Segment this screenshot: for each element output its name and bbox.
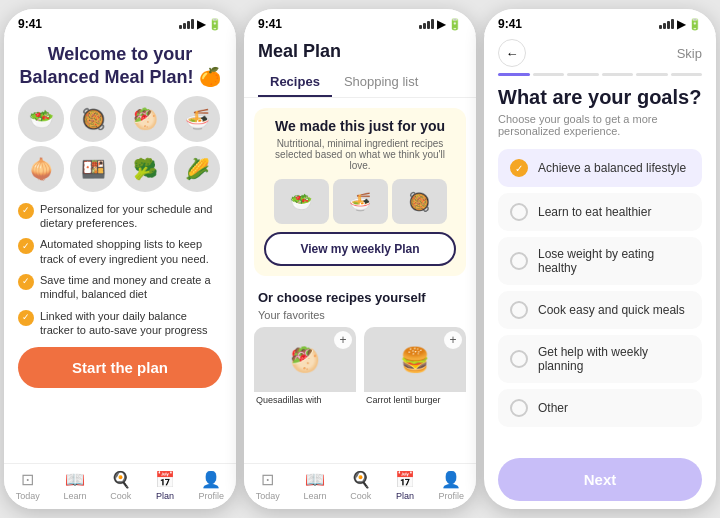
goal-label-4: Cook easy and quick meals xyxy=(538,303,685,317)
status-bar-2: 9:41 ▶ 🔋 xyxy=(244,9,476,35)
prog-dot-4 xyxy=(602,73,634,76)
prog-dot-1 xyxy=(498,73,530,76)
features-list: ✓ Personalized for your schedule and die… xyxy=(18,202,222,337)
fav-plus-2[interactable]: + xyxy=(444,331,462,349)
nav-plan-1[interactable]: 📅Plan xyxy=(155,470,175,501)
status-icons-3: ▶ 🔋 xyxy=(659,18,702,31)
fav-plus-1[interactable]: + xyxy=(334,331,352,349)
nav-learn-1[interactable]: 📖Learn xyxy=(64,470,87,501)
bottom-nav-2: ⊡Today 📖Learn 🍳Cook 📅Plan 👤Profile xyxy=(244,463,476,509)
skip-button[interactable]: Skip xyxy=(677,46,702,61)
feature-3: ✓ Save time and money and create a mindf… xyxy=(18,273,222,302)
next-button[interactable]: Next xyxy=(498,458,702,501)
food-1: 🥗 xyxy=(18,96,64,142)
favorites-section: Your favorites 🥙 + Quesadillas with 🍔 + … xyxy=(244,309,476,408)
recipe-thumb-1: 🥗 xyxy=(274,179,329,224)
time-2: 9:41 xyxy=(258,17,282,31)
nav-cook-1[interactable]: 🍳Cook xyxy=(110,470,131,501)
featured-card: We made this just for you Nutritional, m… xyxy=(254,108,466,276)
nav-today-2[interactable]: ⊡Today xyxy=(256,470,280,501)
food-2: 🥘 xyxy=(70,96,116,142)
food-3: 🥙 xyxy=(122,96,168,142)
status-icons-2: ▶ 🔋 xyxy=(419,18,462,31)
goal-label-3: Lose weight by eating healthy xyxy=(538,247,690,275)
food-7: 🥦 xyxy=(122,146,168,192)
goal-option-4[interactable]: Cook easy and quick meals xyxy=(498,291,702,329)
nav-profile-2[interactable]: 👤Profile xyxy=(439,470,465,501)
feature-1: ✓ Personalized for your schedule and die… xyxy=(18,202,222,231)
feature-2: ✓ Automated shopping lists to keep track… xyxy=(18,237,222,266)
goal-radio-1 xyxy=(510,159,528,177)
progress-dots xyxy=(498,73,702,76)
food-4: 🍜 xyxy=(174,96,220,142)
check-icon-1: ✓ xyxy=(18,203,34,219)
nav-learn-2[interactable]: 📖Learn xyxy=(304,470,327,501)
back-button[interactable]: ← xyxy=(498,39,526,67)
goals-title: What are your goals? xyxy=(498,86,702,109)
food-5: 🧅 xyxy=(18,146,64,192)
goal-radio-5 xyxy=(510,350,528,368)
tab-recipes[interactable]: Recipes xyxy=(258,68,332,97)
featured-description: Nutritional, minimal ingredient recipes … xyxy=(264,138,456,171)
time-3: 9:41 xyxy=(498,17,522,31)
tab-shopping[interactable]: Shopping list xyxy=(332,68,430,97)
goal-radio-3 xyxy=(510,252,528,270)
food-grid: 🥗 🥘 🥙 🍜 🧅 🍱 🥦 🌽 xyxy=(18,96,222,192)
goals-subtitle: Choose your goals to get a more personal… xyxy=(498,113,702,137)
view-weekly-plan-button[interactable]: View my weekly Plan xyxy=(264,232,456,266)
goal-radio-2 xyxy=(510,203,528,221)
phone-meal-plan: 9:41 ▶ 🔋 Meal Plan Recipes Shopping list… xyxy=(244,9,476,509)
goal-option-3[interactable]: Lose weight by eating healthy xyxy=(498,237,702,285)
goal-label-6: Other xyxy=(538,401,568,415)
meal-tabs: Recipes Shopping list xyxy=(244,62,476,98)
favorites-row: 🥙 + Quesadillas with 🍔 + Carrot lentil b… xyxy=(254,327,466,408)
bottom-nav-1: ⊡Today 📖Learn 🍳Cook 📅Plan 👤Profile xyxy=(4,463,236,509)
status-bar-1: 9:41 ▶ 🔋 xyxy=(4,9,236,35)
goal-label-2: Learn to eat healthier xyxy=(538,205,651,219)
goal-option-5[interactable]: Get help with weekly planning xyxy=(498,335,702,383)
time-1: 9:41 xyxy=(18,17,42,31)
food-8: 🌽 xyxy=(174,146,220,192)
goal-radio-6 xyxy=(510,399,528,417)
fav-card-1: 🥙 + Quesadillas with xyxy=(254,327,356,408)
goal-label-5: Get help with weekly planning xyxy=(538,345,690,373)
back-skip-row: ← Skip xyxy=(498,35,702,73)
meal-plan-title: Meal Plan xyxy=(244,35,476,62)
favorites-label: Your favorites xyxy=(254,309,466,327)
phone-goals: 9:41 ▶ 🔋 ← Skip xyxy=(484,9,716,509)
prog-dot-6 xyxy=(671,73,703,76)
nav-cook-2[interactable]: 🍳Cook xyxy=(350,470,371,501)
check-icon-2: ✓ xyxy=(18,238,34,254)
recipe-images: 🥗 🍜 🥘 xyxy=(264,179,456,224)
phone-welcome: 9:41 ▶ 🔋 Welcome to your Balanced Meal P… xyxy=(4,9,236,509)
nav-profile-1[interactable]: 👤Profile xyxy=(199,470,225,501)
nav-today-1[interactable]: ⊡Today xyxy=(16,470,40,501)
status-icons-1: ▶ 🔋 xyxy=(179,18,222,31)
featured-heading: We made this just for you xyxy=(264,118,456,134)
prog-dot-5 xyxy=(636,73,668,76)
check-icon-3: ✓ xyxy=(18,274,34,290)
fav-name-2: Carrot lentil burger xyxy=(364,392,466,408)
fav-card-2: 🍔 + Carrot lentil burger xyxy=(364,327,466,408)
goal-radio-4 xyxy=(510,301,528,319)
status-bar-3: 9:41 ▶ 🔋 xyxy=(484,9,716,35)
feature-4: ✓ Linked with your daily balance tracker… xyxy=(18,309,222,338)
prog-dot-3 xyxy=(567,73,599,76)
goal-label-1: Achieve a balanced lifestyle xyxy=(538,161,686,175)
goal-option-2[interactable]: Learn to eat healthier xyxy=(498,193,702,231)
recipe-thumb-3: 🥘 xyxy=(392,179,447,224)
goal-option-6[interactable]: Other xyxy=(498,389,702,427)
fav-name-1: Quesadillas with xyxy=(254,392,356,408)
start-plan-button[interactable]: Start the plan xyxy=(18,347,222,388)
section-heading: Or choose recipes yourself xyxy=(244,284,476,309)
goal-options: Achieve a balanced lifestyle Learn to ea… xyxy=(498,149,702,458)
goal-option-1[interactable]: Achieve a balanced lifestyle xyxy=(498,149,702,187)
nav-plan-2[interactable]: 📅Plan xyxy=(395,470,415,501)
recipe-thumb-2: 🍜 xyxy=(333,179,388,224)
food-6: 🍱 xyxy=(70,146,116,192)
check-icon-4: ✓ xyxy=(18,310,34,326)
welcome-title: Welcome to your Balanced Meal Plan! 🍊 xyxy=(18,35,222,96)
prog-dot-2 xyxy=(533,73,565,76)
